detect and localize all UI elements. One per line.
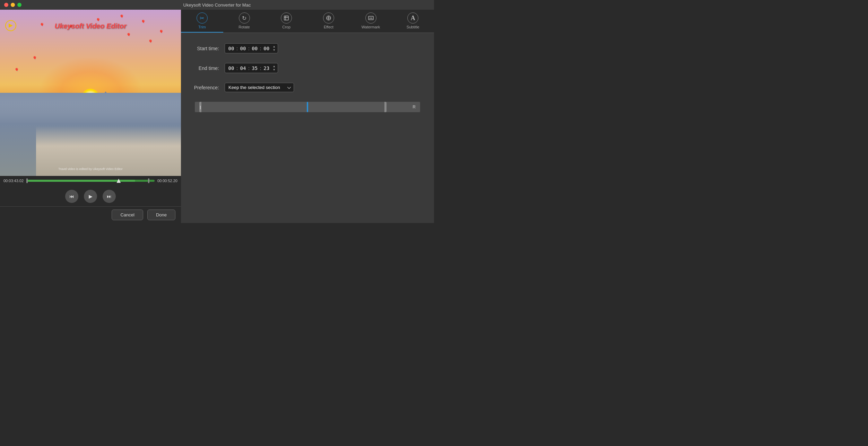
close-button[interactable] xyxy=(4,3,8,7)
end-hour[interactable] xyxy=(227,65,235,71)
start-time-spinner: ▲ ▼ xyxy=(273,45,276,52)
tab-bar: ✂ Trim ↻ Rotate Crop xyxy=(181,10,434,33)
trim-bar[interactable]: ❙ R xyxy=(195,102,420,112)
cancel-button[interactable]: Cancel xyxy=(112,209,143,220)
prev-button[interactable]: ⏮ xyxy=(65,190,78,203)
preference-select[interactable]: Keep the selected section Delete the sel… xyxy=(225,83,294,92)
play-button[interactable]: ▶ xyxy=(84,190,97,203)
tab-watermark-label: Watermark xyxy=(362,25,380,29)
current-time-label: 00:03:43.02 xyxy=(3,179,24,183)
tab-crop[interactable]: Crop xyxy=(265,10,307,33)
start-time-up[interactable]: ▲ xyxy=(273,45,276,48)
tab-effect[interactable]: Effect xyxy=(307,10,350,33)
trim-handle-left[interactable]: ❙ xyxy=(199,102,201,112)
svg-rect-7 xyxy=(368,16,373,20)
controls-row: ⏮ ▶ ⏭ xyxy=(0,186,181,206)
tab-trim[interactable]: ✂ Trim xyxy=(181,10,223,33)
tab-rotate-label: Rotate xyxy=(238,25,250,29)
video-area: 🎈 🎈 🎈 🎈 🎈 🎈 🎈 🎈 🎈 🎈 Ukey xyxy=(0,10,181,176)
tab-effect-label: Effect xyxy=(324,25,333,29)
trim-bar-area: ❙ R xyxy=(191,102,424,112)
start-time-row: Start time: : : : ▲ ▼ xyxy=(191,43,424,53)
app-title: Ukeysoft Video Converter for Mac xyxy=(183,2,251,8)
preference-label: Preference: xyxy=(191,85,219,90)
trim-icon: ✂ xyxy=(197,12,208,24)
balloon: 🎈 xyxy=(120,15,124,18)
progress-end-marker xyxy=(148,178,149,183)
balloon: 🎈 xyxy=(159,30,163,34)
end-time-down[interactable]: ▼ xyxy=(273,68,276,72)
balloon: 🎈 xyxy=(33,56,37,60)
progress-start-marker xyxy=(26,178,28,183)
main-content: 🎈 🎈 🎈 🎈 🎈 🎈 🎈 🎈 🎈 🎈 Ukey xyxy=(0,10,434,223)
trim-marker-r: R xyxy=(413,105,416,109)
crop-icon xyxy=(281,12,292,24)
progress-bar[interactable] xyxy=(26,180,155,182)
prev-icon: ⏮ xyxy=(69,194,74,199)
tab-watermark[interactable]: Watermark xyxy=(350,10,392,33)
done-button[interactable]: Done xyxy=(147,209,175,220)
rotate-icon: ↻ xyxy=(239,12,250,24)
video-logo xyxy=(5,20,16,31)
tab-trim-label: Trim xyxy=(198,25,206,29)
video-watermark: Travel video is edited by Ukeysoft Video… xyxy=(58,167,123,171)
balloon: 🎈 xyxy=(96,18,100,22)
timeline-row: 00:03:43.02 00:00:52.20 xyxy=(3,179,177,183)
titlebar: Ukeysoft Video Converter for Mac xyxy=(0,0,434,10)
end-time-up[interactable]: ▲ xyxy=(273,65,276,68)
end-ms[interactable] xyxy=(262,65,271,71)
end-time-row: End time: : : : ▲ ▼ xyxy=(191,63,424,73)
start-sec[interactable] xyxy=(251,46,259,51)
next-button[interactable]: ⏭ xyxy=(103,190,116,203)
right-panel: ✂ Trim ↻ Rotate Crop xyxy=(181,10,434,223)
subtitle-icon: A xyxy=(407,12,418,24)
trim-content: Start time: : : : ▲ ▼ End time: xyxy=(181,33,434,223)
total-time-label: 00:00:52.20 xyxy=(157,179,177,183)
end-time-label: End time: xyxy=(191,65,219,71)
tab-subtitle[interactable]: A Subtitle xyxy=(392,10,434,33)
svg-rect-1 xyxy=(284,16,288,20)
start-hour[interactable] xyxy=(227,46,235,51)
end-time-spinner: ▲ ▼ xyxy=(273,65,276,71)
balloon: 🎈 xyxy=(40,23,44,27)
maximize-button[interactable] xyxy=(17,3,21,7)
start-ms[interactable] xyxy=(262,46,271,51)
timeline-area: 00:03:43.02 00:00:52.20 xyxy=(0,176,181,186)
effect-icon xyxy=(323,12,334,24)
tab-crop-label: Crop xyxy=(282,25,290,29)
video-panel: 🎈 🎈 🎈 🎈 🎈 🎈 🎈 🎈 🎈 🎈 Ukey xyxy=(0,10,181,223)
watermark-icon xyxy=(365,12,376,24)
minimize-button[interactable] xyxy=(11,3,15,7)
video-preview: 🎈 🎈 🎈 🎈 🎈 🎈 🎈 🎈 🎈 🎈 Ukey xyxy=(0,10,181,176)
balloon: 🎈 xyxy=(148,39,153,43)
balloon: 🎈 xyxy=(141,20,145,24)
preference-row: Preference: Keep the selected section De… xyxy=(191,83,424,92)
end-min[interactable] xyxy=(239,65,247,71)
play-icon: ▶ xyxy=(89,194,93,199)
trim-playhead xyxy=(307,102,308,112)
balloon: 🎈 xyxy=(15,68,19,72)
tab-subtitle-label: Subtitle xyxy=(407,25,419,29)
next-icon: ⏭ xyxy=(107,194,112,199)
titlebar-buttons xyxy=(4,3,21,7)
end-sec[interactable] xyxy=(251,65,259,71)
start-time-down[interactable]: ▼ xyxy=(273,48,276,52)
video-overlay-text: Ukeysoft Video Editor xyxy=(54,22,126,30)
start-min[interactable] xyxy=(239,46,247,51)
tab-rotate[interactable]: ↻ Rotate xyxy=(223,10,266,33)
balloon: 🎈 xyxy=(127,33,131,37)
end-time-input[interactable]: : : : ▲ ▼ xyxy=(225,63,278,73)
action-buttons: Cancel Done xyxy=(0,206,181,223)
start-time-input[interactable]: : : : ▲ ▼ xyxy=(225,43,278,53)
trim-handle-right[interactable] xyxy=(384,102,387,112)
start-time-label: Start time: xyxy=(191,46,219,51)
